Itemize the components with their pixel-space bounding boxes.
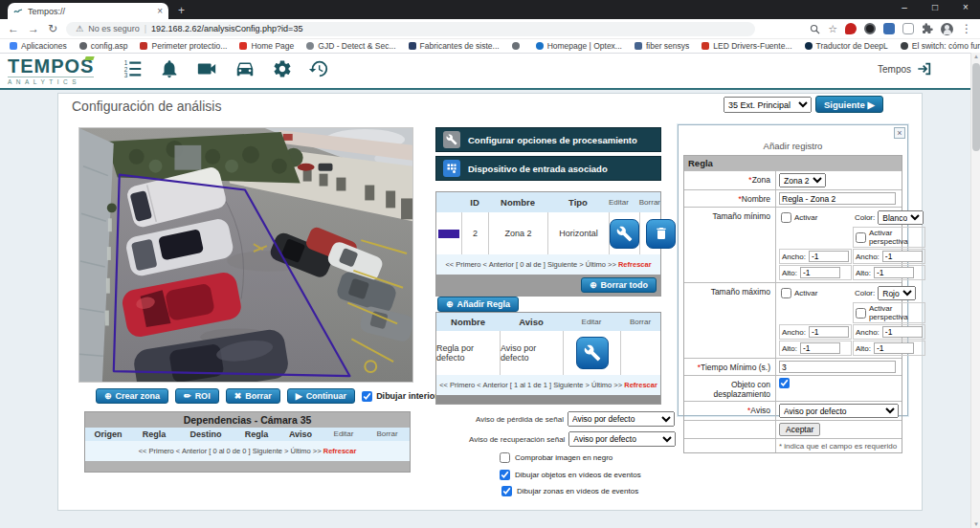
max-height-input[interactable] xyxy=(800,342,840,354)
bookmark-globe[interactable] xyxy=(512,42,523,50)
new-tab-button[interactable]: + xyxy=(178,4,185,17)
security-label[interactable]: No es seguro xyxy=(88,24,140,33)
scrollbar-thumb[interactable] xyxy=(972,63,980,151)
modal-close-icon[interactable]: × xyxy=(894,127,905,139)
min-width-input[interactable] xyxy=(809,251,849,262)
window-close-button[interactable]: × xyxy=(957,2,974,12)
create-zone-button[interactable]: ⊕Crear zona xyxy=(96,388,168,404)
refresh-link[interactable]: Refrescar xyxy=(624,381,657,389)
pagination-text[interactable]: << Primero < Anterior [ 1 al 1 de 1 ] Si… xyxy=(439,381,622,389)
pagination-text[interactable]: << Primero < Anterior [ 0 al 0 de 0 ] Si… xyxy=(139,447,322,455)
bookmark-homepage[interactable]: Home Page xyxy=(239,41,294,51)
camera-select[interactable]: 35 Ext. Principal xyxy=(724,97,812,113)
browser-menu-icon[interactable]: ⋮ xyxy=(961,23,972,34)
dependencies-pagination[interactable]: << Primero < Anterior [ 0 al 0 de 0 ] Si… xyxy=(85,441,410,461)
max-perspective-checkbox[interactable] xyxy=(856,308,866,319)
bookmark-config[interactable]: config.asp xyxy=(79,41,128,51)
refresh-link[interactable]: Refrescar xyxy=(323,447,357,455)
add-rule-button[interactable]: ⊕Añadir Regla xyxy=(437,297,519,312)
max-width2-input[interactable] xyxy=(882,326,923,338)
signal-recovery-select[interactable]: Aviso por defecto xyxy=(568,431,676,447)
edit-rule-button[interactable] xyxy=(576,337,609,369)
events-list-icon[interactable]: 123 xyxy=(122,58,144,79)
delete-all-button[interactable]: ⊕Borrar todo xyxy=(581,277,657,293)
refresh-link[interactable]: Refrescar xyxy=(618,260,652,269)
logout-icon[interactable] xyxy=(917,62,932,76)
forward-icon[interactable]: → xyxy=(28,23,39,34)
bookmark-star-icon[interactable]: ☆ xyxy=(828,24,837,34)
bookmark-perimeter[interactable]: Perimeter protectio... xyxy=(140,41,227,51)
zona-select[interactable]: Zona 2 xyxy=(779,173,826,187)
roi-button[interactable]: ✏ROI xyxy=(175,388,219,404)
settings-gear-icon[interactable] xyxy=(272,58,293,79)
min-height-input[interactable] xyxy=(800,267,840,278)
draw-zones-checkbox[interactable] xyxy=(501,486,512,496)
accept-button[interactable]: Aceptar xyxy=(779,423,820,436)
input-device-button[interactable]: Dispositivo de entrada asociado xyxy=(435,156,661,181)
reload-icon[interactable]: ↻ xyxy=(48,23,57,34)
rules-pagination[interactable]: << Primero < Anterior [ 1 al 1 de 1 ] Si… xyxy=(436,375,660,395)
bookmark-label: Home Page xyxy=(251,41,294,51)
bookmark-switch[interactable]: El switch: cómo fun... xyxy=(901,41,980,51)
min-perspective-checkbox[interactable] xyxy=(856,232,866,243)
extension-shield-icon[interactable] xyxy=(864,23,876,34)
displacement-checkbox[interactable] xyxy=(779,378,790,388)
column-header: Editar xyxy=(563,318,620,326)
next-button[interactable]: Siguiente ▶ xyxy=(815,96,883,113)
url-text[interactable]: 192.168.2.62/analysisConfig.php?id=35 xyxy=(151,24,302,33)
continue-button[interactable]: ▶Continuar xyxy=(287,388,355,404)
browser-tab[interactable]: Tempos:// × xyxy=(8,3,168,19)
extension-frame-icon[interactable] xyxy=(902,23,914,34)
delete-zone-button[interactable]: ✖Borrar xyxy=(226,388,280,404)
page-scrollbar[interactable]: ▲ ▼ xyxy=(970,53,980,528)
bookmark-aplicaciones[interactable]: Aplicaciones xyxy=(10,41,67,51)
history-clock-icon[interactable] xyxy=(308,58,329,79)
max-activate-checkbox[interactable] xyxy=(781,288,791,298)
nombre-input[interactable] xyxy=(779,192,896,205)
max-height2-input[interactable] xyxy=(874,342,914,354)
plus-circle-icon: ⊕ xyxy=(104,391,112,401)
max-color-select[interactable]: Rojo xyxy=(878,286,916,300)
zoom-icon[interactable] xyxy=(810,24,820,34)
url-field[interactable]: ⚠ No es seguro | 192.168.2.62/analysisCo… xyxy=(66,22,755,36)
min-time-input[interactable] xyxy=(779,361,896,373)
site-icon xyxy=(140,42,147,50)
edit-zone-button[interactable] xyxy=(610,219,639,249)
tab-close-icon[interactable]: × xyxy=(157,6,163,16)
scroll-down-icon[interactable]: ▼ xyxy=(971,521,980,527)
window-maximize-button[interactable]: □ xyxy=(926,2,944,12)
min-width2-input[interactable] xyxy=(882,251,923,262)
zones-pagination[interactable]: << Primero < Anterior [ 0 al de ] Siguie… xyxy=(436,254,660,275)
scroll-up-icon[interactable]: ▲ xyxy=(971,54,980,59)
cameras-icon[interactable] xyxy=(195,58,218,79)
bookmark-label: GJD - Detect & Sec... xyxy=(318,41,395,51)
aviso-select[interactable]: Aviso por defecto xyxy=(779,404,899,418)
bookmark-led[interactable]: LED Drivers-Fuente... xyxy=(702,41,791,51)
min-height2-input[interactable] xyxy=(874,267,914,278)
draw-objects-checkbox[interactable] xyxy=(500,470,510,480)
vehicles-car-icon[interactable] xyxy=(234,58,256,79)
bookmark-gjd[interactable]: GJD - Detect & Sec... xyxy=(306,41,395,51)
bookmark-optex[interactable]: Homepage | Optex... xyxy=(536,41,622,51)
pagination-text[interactable]: << Primero < Anterior [ 0 al de ] Siguie… xyxy=(445,260,615,269)
bookmark-fabricantes[interactable]: Fabricantes de siste... xyxy=(409,41,500,51)
back-icon[interactable]: ← xyxy=(8,23,19,34)
width-label: Ancho: xyxy=(856,328,880,337)
bookmark-fiber[interactable]: fiber sensys xyxy=(635,41,689,51)
delete-zone-row-button[interactable] xyxy=(646,219,676,249)
alerts-bell-icon[interactable] xyxy=(159,58,180,79)
processing-options-button[interactable]: Configurar opciones de procesamiento xyxy=(435,127,661,152)
extension-folder-icon[interactable] xyxy=(883,23,895,34)
window-minimize-button[interactable]: – xyxy=(896,2,913,12)
camera-frame[interactable] xyxy=(78,127,413,383)
signal-loss-select[interactable]: Aviso por defecto xyxy=(568,411,675,427)
min-color-select[interactable]: Blanco xyxy=(878,210,924,225)
max-width-input[interactable] xyxy=(809,326,849,338)
min-activate-checkbox[interactable] xyxy=(781,212,791,223)
extensions-puzzle-icon[interactable] xyxy=(922,23,933,34)
profile-avatar[interactable] xyxy=(941,23,953,35)
bookmark-deepl[interactable]: Traductor de DeepL xyxy=(805,41,888,51)
draw-interior-checkbox[interactable] xyxy=(362,391,372,402)
extension-adblock-icon[interactable] xyxy=(845,23,857,34)
check-black-checkbox[interactable] xyxy=(500,452,510,463)
